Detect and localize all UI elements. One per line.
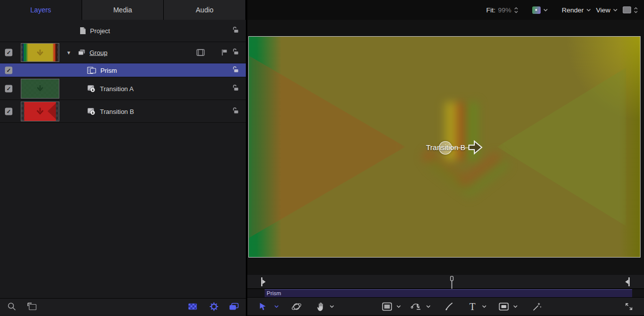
layers-panel: Layers Media Audio Project ✓ ▼ [0, 0, 246, 316]
row-project-label: Project [90, 27, 110, 35]
row-prism-label: Prism [100, 66, 117, 74]
zoom-control[interactable]: Fit: 99% [486, 6, 518, 14]
mask-tool-icon[interactable] [499, 302, 509, 311]
out-point-marker[interactable] [625, 277, 630, 286]
unlock-icon[interactable] [232, 107, 239, 116]
tab-media[interactable]: Media [82, 0, 164, 20]
transition-b-thumbnail[interactable] [21, 102, 59, 121]
disclosure-triangle-icon[interactable]: ▼ [66, 50, 71, 55]
gray-swatch-icon [623, 6, 631, 13]
prism-track-bar[interactable]: Prism [265, 289, 632, 297]
in-point-marker[interactable] [261, 277, 266, 286]
fit-label: Fit: [486, 6, 496, 14]
adjust-behavior-wand-icon[interactable] [532, 302, 542, 311]
expand-timeline-icon[interactable] [624, 302, 634, 311]
timeline-track-row: Prism [247, 289, 644, 297]
tab-audio[interactable]: Audio [164, 0, 246, 20]
transform-3d-tool-icon[interactable] [291, 301, 302, 312]
canvas-viewport: Transition B [247, 20, 644, 275]
view-label: View [596, 6, 610, 14]
transition-a-checkbox[interactable]: ✓ [5, 85, 12, 92]
row-prism[interactable]: ✓ Prism [0, 63, 246, 77]
canvas-region: Fit: 99% Render View [247, 0, 644, 316]
shape-tool-chevron-icon[interactable] [396, 305, 401, 308]
chevron-down-icon [543, 8, 548, 12]
bezier-pen-tool-icon[interactable] [411, 302, 423, 311]
flag-icon[interactable] [221, 49, 228, 56]
tab-layers[interactable]: Layers [0, 0, 82, 20]
transition-b-checkbox[interactable]: ✓ [5, 107, 12, 115]
transparency-checker-icon[interactable] [188, 304, 197, 310]
transform-arrow-handle[interactable] [468, 139, 483, 156]
row-transition-b[interactable]: ✓ Transition B [0, 100, 246, 123]
stepper-icon[interactable] [514, 7, 518, 13]
canvas-toolbar: T [247, 297, 644, 315]
transition-icon [87, 107, 96, 115]
view-status-toolbar: Fit: 99% Render View [247, 0, 644, 20]
playhead[interactable] [449, 276, 455, 289]
unlock-icon[interactable] [232, 26, 239, 35]
prism-checkbox[interactable]: ✓ [5, 66, 12, 74]
unlock-icon[interactable] [232, 84, 239, 93]
search-icon[interactable] [7, 302, 16, 311]
layers-panel-footer [0, 298, 246, 315]
group-checkbox[interactable]: ✓ [5, 49, 12, 56]
unlock-icon[interactable] [232, 48, 239, 57]
row-transition-a[interactable]: ✓ Transition A [0, 77, 246, 100]
pan-tool-chevron-icon[interactable] [329, 305, 334, 308]
zoom-value: 99% [498, 6, 511, 14]
select-tool-icon[interactable] [259, 302, 267, 311]
canvas-left-wedge [249, 50, 405, 244]
paint-stroke-tool-icon[interactable] [444, 302, 454, 311]
chevron-down-icon [613, 8, 618, 12]
color-swatch-icon [532, 6, 541, 14]
render-label: Render [562, 6, 584, 14]
canvas[interactable]: Transition B [248, 36, 641, 258]
row-group[interactable]: ✓ ▼ Group [0, 42, 246, 63]
stepper-icon [634, 7, 638, 13]
group-thumbnail[interactable] [21, 43, 59, 62]
text-tool-icon[interactable]: T [469, 302, 475, 312]
film-icon[interactable] [196, 49, 205, 56]
color-channel-control[interactable] [532, 6, 548, 14]
mask-tool-chevron-icon[interactable] [513, 305, 518, 308]
render-menu[interactable]: Render [562, 6, 591, 14]
mini-timeline[interactable] [247, 275, 644, 289]
row-transition-b-label: Transition B [100, 107, 134, 115]
transition-a-thumbnail[interactable] [21, 79, 59, 99]
tab-media-label: Media [113, 6, 132, 14]
view-menu[interactable]: View [596, 6, 618, 14]
tab-audio-label: Audio [196, 6, 214, 14]
pen-tool-chevron-icon[interactable] [426, 305, 431, 308]
group-icon [78, 49, 86, 56]
track-label: Prism [267, 290, 281, 296]
fit-frame-icon[interactable] [27, 303, 37, 311]
gear-icon[interactable] [209, 302, 219, 312]
layers-list: Project ✓ ▼ Group [0, 20, 246, 123]
canvas-right-wedge [497, 67, 626, 226]
shape-tool-icon[interactable] [382, 302, 392, 311]
pan-hand-tool-icon[interactable] [317, 302, 326, 311]
text-tool-chevron-icon[interactable] [482, 305, 487, 308]
generator-filmstrip-icon [87, 66, 96, 74]
row-group-label: Group [90, 49, 107, 56]
layers-overlay-icon[interactable] [229, 303, 239, 311]
display-option-control[interactable] [623, 6, 638, 13]
panel-tabbar: Layers Media Audio [0, 0, 246, 20]
unlock-icon[interactable] [232, 66, 239, 75]
chevron-down-icon [586, 8, 591, 12]
row-transition-a-label: Transition A [100, 85, 134, 92]
transition-icon [87, 85, 96, 93]
row-project[interactable]: Project [0, 20, 246, 42]
document-icon [79, 27, 86, 35]
select-tool-chevron-icon[interactable] [274, 305, 279, 308]
tab-layers-label: Layers [30, 6, 51, 14]
